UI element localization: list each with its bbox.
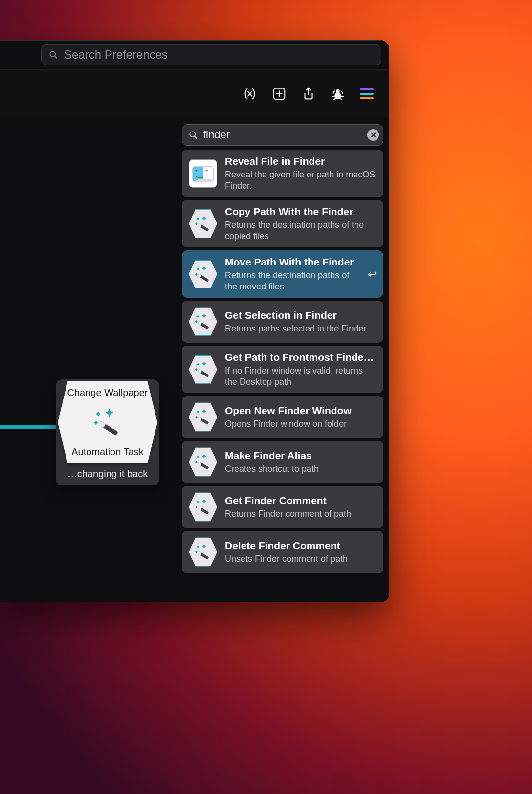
action-result[interactable]: Delete Finder Comment Unsets Finder comm… (182, 531, 383, 573)
action-result-title: Get Path to Frontmost Finder W… (225, 352, 377, 363)
action-result-desc: Opens Finder window on folder (225, 419, 377, 430)
action-result-desc: Returns the destination paths of the mov… (225, 270, 358, 292)
action-result-desc: Creates shortcut to path (225, 463, 377, 475)
action-result-desc: Unsets Finder comment of path (225, 553, 377, 565)
action-result[interactable]: Get Path to Frontmost Finder W… If no Fi… (182, 346, 383, 393)
action-result-desc: Returns Finder comment of path (225, 508, 377, 520)
action-result[interactable]: Get Selection in Finder Returns paths se… (182, 301, 383, 343)
svg-point-20 (206, 170, 207, 171)
node-connector (0, 425, 64, 429)
action-result[interactable]: Get Finder Comment Returns Finder commen… (182, 486, 383, 528)
svg-line-12 (340, 98, 342, 100)
action-result-title: Make Finder Alias (225, 450, 377, 462)
action-result-desc: If no Finder window is valid, returns th… (225, 365, 377, 387)
automation-icon (188, 259, 218, 289)
automation-icon (188, 537, 218, 567)
svg-line-16 (195, 136, 197, 139)
action-result[interactable]: Move Path With the Finder Returns the de… (182, 250, 383, 298)
app-window: Change Wallpaper Automation Task (0, 40, 389, 602)
action-result-title: Delete Finder Comment (225, 540, 377, 551)
titlebar (0, 40, 389, 69)
action-search-panel: ✕ Reveal File in Finder Reveal the given… (182, 124, 383, 596)
menu-icon[interactable] (360, 88, 374, 99)
action-result-desc: Returns paths selected in the Finder (225, 323, 377, 334)
svg-point-0 (50, 51, 55, 57)
wand-icon (90, 407, 125, 438)
automation-icon (188, 402, 218, 432)
share-icon[interactable] (301, 87, 316, 101)
action-result-title: Get Finder Comment (225, 495, 377, 507)
workflow-node-body[interactable]: Change Wallpaper Automation Task (58, 381, 157, 463)
automation-icon (188, 209, 218, 239)
action-result[interactable]: Make Finder Alias Creates shortcut to pa… (182, 441, 383, 483)
svg-point-15 (190, 132, 195, 137)
workflow-node-title: Change Wallpaper (67, 387, 148, 398)
automation-icon (188, 447, 218, 477)
svg-line-11 (334, 98, 336, 100)
automation-icon (188, 307, 218, 337)
action-search[interactable]: ✕ (182, 124, 383, 146)
action-result[interactable]: Open New Finder Window Opens Finder wind… (182, 396, 383, 438)
svg-point-8 (336, 89, 340, 93)
svg-line-1 (55, 56, 57, 59)
clear-search-icon[interactable]: ✕ (367, 129, 379, 141)
action-result-title: Copy Path With the Finder (225, 206, 377, 218)
action-result-desc: Returns the destination paths of the cop… (225, 220, 377, 242)
add-icon[interactable] (272, 87, 287, 101)
automation-icon (188, 354, 218, 385)
action-result-title: Reveal File in Finder (225, 155, 377, 167)
action-search-input[interactable] (203, 129, 362, 141)
workflow-node-caption: …changing it back (58, 463, 157, 484)
action-result-title: Move Path With the Finder (225, 256, 358, 268)
search-icon (188, 130, 198, 140)
action-results-list: Reveal File in Finder Reveal the given f… (182, 150, 383, 596)
workflow-canvas[interactable]: Change Wallpaper Automation Task (0, 118, 389, 602)
preferences-search-input[interactable] (64, 48, 374, 62)
action-result-desc: Reveal the given file or path in macOS F… (225, 169, 377, 191)
action-result-title: Get Selection in Finder (225, 309, 377, 321)
search-icon (48, 50, 58, 60)
workflow-node-subtitle: Automation Task (71, 446, 144, 458)
svg-line-10 (341, 96, 344, 97)
return-icon: ↩ (368, 268, 377, 281)
svg-point-19 (195, 170, 197, 171)
finder-icon (188, 158, 218, 189)
svg-rect-18 (193, 167, 203, 181)
workflow-node[interactable]: Change Wallpaper Automation Task (56, 379, 159, 485)
editor-toolbar (0, 69, 389, 118)
action-result-title: Open New Finder Window (225, 405, 377, 417)
preferences-search[interactable] (41, 44, 381, 65)
automation-icon (188, 492, 218, 522)
svg-line-9 (332, 96, 335, 97)
debug-icon[interactable] (331, 87, 345, 101)
action-result[interactable]: Copy Path With the Finder Returns the de… (182, 200, 383, 247)
variable-icon[interactable] (243, 87, 257, 101)
action-result[interactable]: Reveal File in Finder Reveal the given f… (182, 150, 383, 197)
